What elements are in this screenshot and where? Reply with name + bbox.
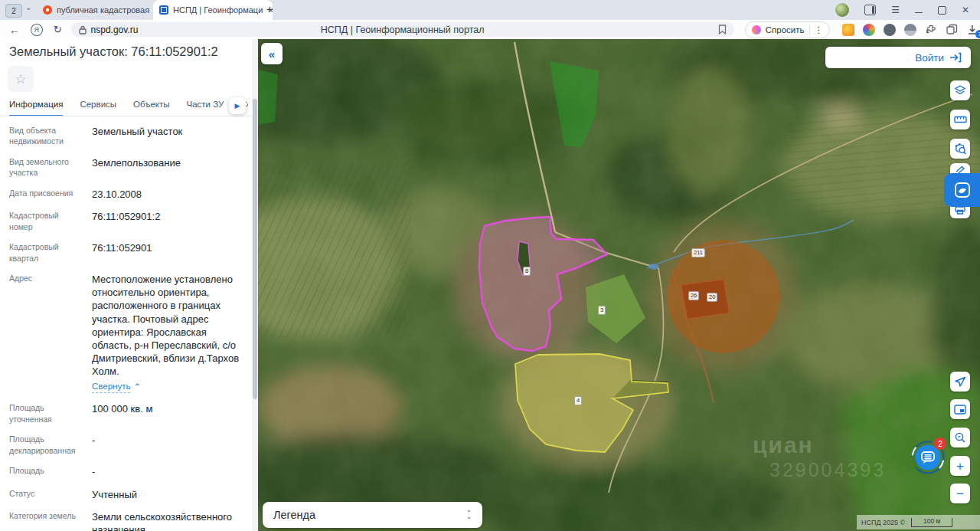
field-value: 23.10.2008 xyxy=(92,188,244,201)
map-attribution: НСПД 2025 © 100 м xyxy=(857,515,980,529)
tab-services[interactable]: Сервисы xyxy=(80,100,116,116)
restore-button[interactable] xyxy=(938,6,946,15)
puzzle-extensions-icon[interactable] xyxy=(925,24,937,36)
polygon-search-icon xyxy=(954,143,967,156)
field-value: Местоположение установлено относительно … xyxy=(92,274,239,377)
ruler-icon xyxy=(954,115,967,124)
lock-icon xyxy=(79,25,87,34)
page-title: НСПД | Геоинформационный портал xyxy=(71,25,734,35)
reload-button[interactable]: ↻ xyxy=(54,24,62,35)
field-label: Кадастровый номер xyxy=(9,210,83,232)
ask-ai-button[interactable]: Спросить ⋮ xyxy=(745,21,830,38)
map-canvas[interactable]: 8 3 211 26 20 4 циан 329004393 « Войти xyxy=(258,39,980,531)
extension-icon[interactable] xyxy=(904,24,916,36)
caret-up-icon: ⌃ xyxy=(133,382,141,393)
extension-icon[interactable] xyxy=(863,24,875,36)
draw-tool-icon xyxy=(953,181,972,199)
field-label: Площадь декларированная xyxy=(9,434,83,456)
chat-fab[interactable]: 2 xyxy=(911,441,945,474)
screenshot-icon xyxy=(954,405,966,415)
area-search-button[interactable] xyxy=(950,139,970,159)
watermark-brand: циан xyxy=(753,432,814,458)
my-location-button[interactable] xyxy=(950,372,970,392)
field-value: 76:11:052901:2 xyxy=(92,210,244,232)
tabs-overflow-button[interactable]: ▶ xyxy=(229,97,246,114)
tab-list-dropdown-icon[interactable]: ⌄ xyxy=(25,3,31,11)
legend-bar[interactable]: Легенда ⌃⌄ xyxy=(263,502,482,528)
field-row: Дата присвоения 23.10.2008 xyxy=(9,188,244,201)
downloads-button[interactable]: 7 xyxy=(966,24,980,36)
map-parcel-label: 26 xyxy=(688,291,699,300)
chat-unread-badge: 2 xyxy=(934,438,946,450)
minus-icon: − xyxy=(956,487,964,500)
field-row: Кадастровый номер 76:11:052901:2 xyxy=(9,210,244,232)
panel-scrollbar[interactable] xyxy=(252,39,258,531)
active-tool-flyout[interactable] xyxy=(944,173,980,207)
extension-icon[interactable] xyxy=(884,24,896,36)
map-parcel-label: 20 xyxy=(707,293,717,302)
watermark-id: 329004393 xyxy=(769,459,886,481)
divider xyxy=(809,25,810,34)
zoom-in-button[interactable]: + xyxy=(950,456,970,476)
new-tab-button[interactable]: + xyxy=(266,2,273,15)
navigate-arrow-icon xyxy=(955,376,966,388)
address-bar[interactable]: nspd.gov.ru НСПД | Геоинформационный пор… xyxy=(71,22,734,37)
layers-button[interactable] xyxy=(950,80,970,100)
zoom-out-button[interactable]: − xyxy=(950,483,970,503)
browser-tab-pkk[interactable]: публичная кадастровая xyxy=(37,0,161,20)
back-button[interactable]: ← xyxy=(9,24,20,36)
field-label: Вид земельного участка xyxy=(9,156,83,179)
tab-strip: 2 ⌄ публичная кадастровая НСПД | Геоинфо… xyxy=(0,0,980,20)
screenshot-button[interactable] xyxy=(950,399,970,419)
field-row: Вид объекта недвижимости Земельный участ… xyxy=(9,125,244,147)
favorite-star-button[interactable]: ☆ xyxy=(8,66,34,92)
field-label: Вид объекта недвижимости xyxy=(9,125,83,147)
copyright-text: НСПД 2025 © xyxy=(861,519,905,526)
bookmark-icon[interactable] xyxy=(718,25,727,34)
expand-collapse-icon: ⌃⌄ xyxy=(466,511,472,519)
field-label: Категория земель xyxy=(9,510,83,531)
more-vertical-icon[interactable]: ⋮ xyxy=(815,25,824,35)
field-row: Категория земель Земли сельскохозяйствен… xyxy=(9,510,244,531)
browser-tab-nspd-active[interactable]: НСПД | Геоинформаци ✕ xyxy=(153,0,273,20)
scrollbar-thumb[interactable] xyxy=(253,99,257,399)
measure-button[interactable] xyxy=(950,110,970,129)
field-row: Кадастровый квартал 76:11:052901 xyxy=(9,241,244,264)
extension-icon[interactable] xyxy=(842,24,854,36)
tab-group-counter[interactable]: 2 xyxy=(5,4,22,18)
close-window-button[interactable]: ✕ xyxy=(962,5,969,15)
field-value: 100 000 кв. м xyxy=(92,402,244,424)
field-label: Кадастровый квартал xyxy=(9,241,83,264)
field-row: Площадь - xyxy=(9,465,244,478)
tab-information[interactable]: Информация xyxy=(9,100,63,116)
parcel-info-panel: Земельный участок: 76:11:052901:2 ☆ Инфо… xyxy=(0,39,258,531)
map-parcel-label: 8 xyxy=(523,267,531,276)
url-text: nspd.gov.ru xyxy=(91,25,139,35)
panel-collapse-button[interactable]: « xyxy=(261,43,283,64)
tab-stack-icon[interactable] xyxy=(946,24,958,36)
map-parcel-label: 211 xyxy=(691,248,705,257)
satellite-imagery xyxy=(258,39,980,531)
profile-avatar[interactable] xyxy=(835,3,849,17)
side-panel-icon[interactable] xyxy=(864,5,876,15)
field-label: Дата присвоения xyxy=(9,188,83,201)
minimize-button[interactable] xyxy=(915,12,923,13)
field-value: Учтенный xyxy=(92,488,244,501)
ask-label: Спросить xyxy=(766,25,805,34)
field-label: Адрес xyxy=(9,273,83,393)
field-value: Землепользование xyxy=(92,156,244,179)
tab-parcel-parts[interactable]: Части ЗУ xyxy=(187,100,224,116)
field-value: - xyxy=(92,465,244,478)
menu-hamburger-icon[interactable]: ☰ xyxy=(891,5,900,15)
login-bar[interactable]: Войти xyxy=(825,47,971,68)
tab-objects[interactable]: Объекты xyxy=(133,100,169,116)
tab-label: публичная кадастровая xyxy=(57,5,149,15)
find-object-button[interactable] xyxy=(950,428,970,447)
map-parcel-label: 3 xyxy=(598,306,606,315)
field-value: Земельный участок xyxy=(92,125,244,147)
yandex-services-icon[interactable]: Я xyxy=(31,24,43,36)
plus-icon: + xyxy=(956,460,964,473)
nspd-favicon xyxy=(159,5,168,15)
address-collapse-link[interactable]: Свернуть ⌃ xyxy=(92,381,141,393)
field-value: 76:11:052901 xyxy=(92,241,244,264)
